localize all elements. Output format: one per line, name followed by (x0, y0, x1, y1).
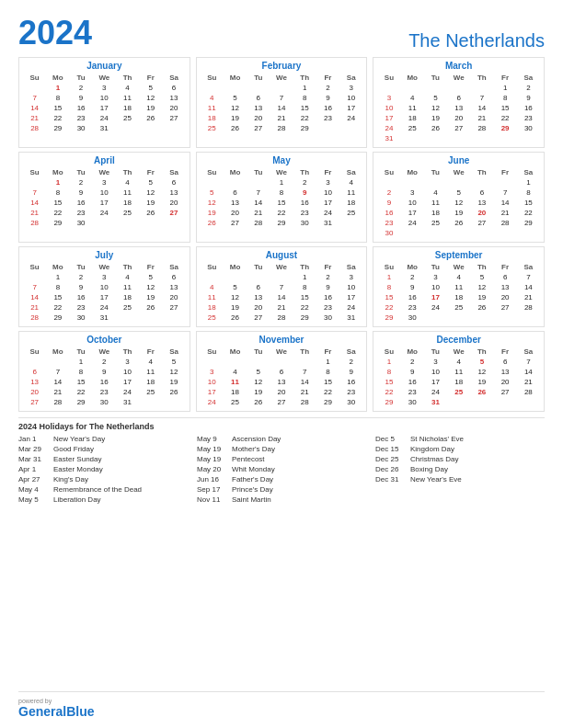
calendar-day: 24 (339, 302, 362, 313)
weekday-header: Tu (247, 73, 270, 83)
calendar-day: 3 (201, 367, 224, 377)
calendar-day: 4 (201, 93, 224, 103)
weekday-header: Mo (46, 262, 69, 272)
calendar-day: 13 (247, 103, 270, 113)
calendar-day: 16 (377, 208, 400, 218)
calendar-day: 19 (224, 113, 247, 123)
calendar-day: 20 (494, 292, 517, 302)
calendar-day: 8 (46, 188, 69, 198)
holiday-name: Kingdom Day (410, 445, 545, 453)
calendar-day: 26 (224, 123, 247, 133)
calendar-day: 3 (93, 83, 116, 93)
calendar-day: 30 (401, 313, 424, 323)
calendar-day: 18 (201, 113, 224, 123)
calendar-day: 8 (316, 367, 339, 377)
calendar-day: 26 (447, 218, 470, 228)
calendar-day (116, 218, 139, 228)
calendar-table: SuMoTuWeThFrSa12345678910111213141516171… (377, 262, 540, 323)
calendar-day: 20 (23, 387, 46, 397)
calendar-day: 24 (401, 218, 424, 228)
calendar-day (162, 313, 185, 323)
calendar-day (23, 83, 46, 93)
calendar-day: 28 (517, 302, 540, 313)
calendar-day: 22 (377, 302, 400, 313)
weekday-header: Su (377, 262, 400, 272)
calendar-day: 12 (224, 103, 247, 113)
weekday-header: Th (470, 262, 493, 272)
calendar-day: 19 (162, 377, 185, 387)
footer: powered by GeneralBlue (18, 691, 545, 719)
calendar-day: 31 (116, 397, 139, 407)
calendar-day: 15 (46, 103, 69, 113)
calendar-day: 29 (69, 397, 92, 407)
calendar-day: 26 (139, 208, 162, 218)
calendar-day: 17 (424, 292, 447, 302)
calendar-day: 19 (139, 103, 162, 113)
calendar-day: 24 (116, 387, 139, 397)
weekday-header: Th (293, 167, 316, 177)
calendar-day (23, 177, 46, 188)
holiday-name: Pentecost (232, 455, 366, 463)
calendar-day (339, 123, 362, 133)
calendar-day: 18 (447, 377, 470, 387)
calendar-day (201, 83, 224, 93)
weekday-header: Mo (401, 262, 424, 272)
calendar-day (470, 313, 493, 323)
country-title: The Netherlands (408, 31, 545, 50)
weekday-header: Fr (139, 167, 162, 177)
calendar-day: 23 (316, 302, 339, 313)
calendar-day: 15 (270, 198, 293, 208)
month-block-july: JulySuMoTuWeThFrSa1234567891011121314151… (18, 246, 190, 327)
weekday-header: We (93, 347, 116, 357)
calendar-day: 17 (93, 198, 116, 208)
calendar-day (494, 177, 517, 188)
calendar-day: 2 (293, 177, 316, 188)
calendar-day: 22 (46, 208, 69, 218)
calendar-day: 4 (424, 188, 447, 198)
calendar-day: 18 (116, 198, 139, 208)
calendar-day: 23 (69, 208, 92, 218)
calendar-day: 28 (23, 218, 46, 228)
calendar-table: SuMoTuWeThFrSa12345678910111213141516171… (23, 73, 186, 133)
calendar-day: 22 (270, 208, 293, 218)
calendar-day: 17 (401, 208, 424, 218)
calendar-day: 29 (293, 123, 316, 133)
calendar-day: 3 (116, 357, 139, 367)
calendar-day: 27 (247, 313, 270, 323)
weekday-header: Su (201, 167, 224, 177)
calendar-day: 7 (470, 93, 493, 103)
holiday-date: May 20 (197, 465, 226, 473)
calendar-day: 1 (293, 272, 316, 282)
weekday-header: Sa (339, 347, 362, 357)
calendar-day: 24 (424, 302, 447, 313)
weekday-header: Fr (139, 347, 162, 357)
calendar-day: 14 (247, 198, 270, 208)
calendar-day (116, 313, 139, 323)
calendar-day: 8 (377, 282, 400, 292)
calendar-day: 5 (201, 188, 224, 198)
calendar-day: 26 (162, 387, 185, 397)
calendar-day: 17 (339, 103, 362, 113)
calendar-day: 3 (377, 93, 400, 103)
page-header: 2024 The Netherlands (18, 17, 545, 50)
calendar-day: 28 (517, 387, 540, 397)
calendar-day (447, 228, 470, 238)
calendar-day (162, 397, 185, 407)
calendar-day: 2 (316, 272, 339, 282)
weekday-header: Sa (162, 262, 185, 272)
calendar-day: 29 (377, 397, 400, 407)
holiday-date: Mar 29 (18, 445, 48, 453)
weekday-header: Th (470, 167, 493, 177)
calendar-day (23, 272, 46, 282)
calendar-day: 31 (377, 133, 400, 143)
weekday-header: We (447, 262, 470, 272)
calendar-day: 20 (247, 113, 270, 123)
calendar-day: 21 (494, 208, 517, 218)
calendar-day: 16 (517, 103, 540, 113)
calendar-day: 22 (69, 387, 92, 397)
calendar-day (247, 83, 270, 93)
calendar-table: SuMoTuWeThFrSa12345678910111213141516171… (23, 167, 186, 228)
calendar-day: 21 (270, 302, 293, 313)
weekday-header: Tu (69, 262, 92, 272)
calendar-day: 16 (401, 292, 424, 302)
